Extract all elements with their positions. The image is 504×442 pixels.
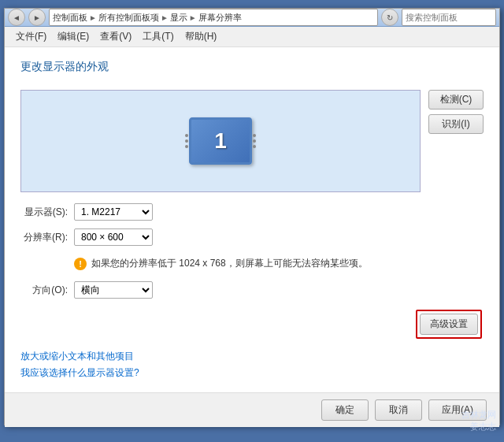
resolution-row: 分辨率(R): 800 × 600 [20, 228, 484, 246]
detect-button[interactable]: 检测(C) [428, 90, 484, 110]
dot [253, 134, 256, 137]
side-buttons: 检测(C) 识别(I) [428, 90, 484, 134]
menubar: 文件(F) 编辑(E) 查看(V) 工具(T) 帮助(H) [5, 27, 499, 47]
monitor-icon: 1 [189, 117, 252, 165]
advanced-section: 高级设置 [20, 310, 484, 339]
menu-edit[interactable]: 编辑(E) [53, 28, 94, 45]
page-title: 更改显示器的外观 [20, 60, 484, 79]
warning-icon: ! [74, 258, 87, 270]
dot [253, 145, 256, 148]
form-section: 显示器(S): 1. M2217 分辨率(R): 800 × 600 ! 如果您… [20, 203, 484, 299]
watermark-line2: 姜志志 [461, 421, 496, 433]
resolution-select[interactable]: 800 × 600 [74, 228, 153, 246]
monitor-display-area: 1 [20, 90, 421, 192]
dot [253, 139, 256, 143]
refresh-button[interactable]: ↻ [381, 9, 398, 26]
menu-help[interactable]: 帮助(H) [180, 28, 222, 45]
menu-file[interactable]: 文件(F) [11, 28, 51, 45]
advanced-settings-button[interactable]: 高级设置 [420, 314, 478, 335]
watermark-line1: 吉林龙网 [461, 409, 496, 421]
monitor-number: 1 [214, 128, 227, 154]
titlebar-nav: ◄ ► 控制面板 ► 所有控制面板项 ► 显示 ► 屏幕分辨率 ↻ [8, 9, 496, 26]
menu-tools[interactable]: 工具(T) [138, 28, 178, 45]
orientation-row: 方向(O): 横向 [20, 281, 484, 299]
dots-left [185, 134, 188, 148]
cancel-button[interactable]: 取消 [375, 399, 422, 421]
search-input[interactable] [402, 9, 496, 26]
back-button[interactable]: ◄ [8, 9, 25, 26]
menu-view[interactable]: 查看(V) [95, 28, 136, 45]
link-display-settings[interactable]: 我应该选择什么显示器设置? [20, 366, 484, 380]
warning-text: 如果您的分辨率低于 1024 x 768，则屏幕上可能无法容纳某些项。 [91, 257, 368, 270]
link-zoom-text[interactable]: 放大或缩小文本和其他项目 [20, 350, 484, 363]
orientation-label: 方向(O): [20, 284, 68, 297]
sep1: ► [89, 13, 97, 22]
identify-button[interactable]: 识别(I) [428, 114, 484, 134]
warning-row: ! 如果您的分辨率低于 1024 x 768，则屏幕上可能无法容纳某些项。 [20, 254, 484, 273]
dot [185, 134, 188, 137]
dot [185, 139, 188, 143]
watermark: 吉林龙网 姜志志 [461, 409, 496, 433]
ok-button[interactable]: 确定 [321, 399, 369, 421]
sep3: ► [189, 13, 197, 22]
forward-button[interactable]: ► [28, 9, 46, 26]
address-part4: 屏幕分辨率 [198, 12, 242, 24]
dot [185, 145, 188, 148]
titlebar: ◄ ► 控制面板 ► 所有控制面板项 ► 显示 ► 屏幕分辨率 ↻ [5, 9, 499, 27]
display-row: 显示器(S): 1. M2217 [20, 203, 484, 221]
address-part2: 所有控制面板项 [98, 12, 159, 24]
content-area: 更改显示器的外观 1 [5, 47, 499, 392]
display-label: 显示器(S): [20, 206, 68, 219]
main-window: ◄ ► 控制面板 ► 所有控制面板项 ► 显示 ► 屏幕分辨率 ↻ 文件(F) … [4, 8, 500, 425]
address-part3: 显示 [170, 12, 187, 24]
bottom-bar: 确定 取消 应用(A) [5, 392, 499, 427]
dots-right [253, 134, 256, 148]
orientation-select[interactable]: 横向 [74, 281, 153, 299]
address-part1: 控制面板 [53, 12, 87, 24]
address-bar[interactable]: 控制面板 ► 所有控制面板项 ► 显示 ► 屏幕分辨率 [49, 9, 378, 26]
display-select[interactable]: 1. M2217 [74, 203, 153, 221]
links-section: 放大或缩小文本和其他项目 我应该选择什么显示器设置? [20, 350, 484, 380]
monitor-section: 1 检测(C) 识别(I) [20, 90, 484, 192]
advanced-btn-highlight: 高级设置 [416, 310, 482, 339]
sep2: ► [161, 13, 169, 22]
resolution-label: 分辨率(R): [20, 231, 68, 244]
